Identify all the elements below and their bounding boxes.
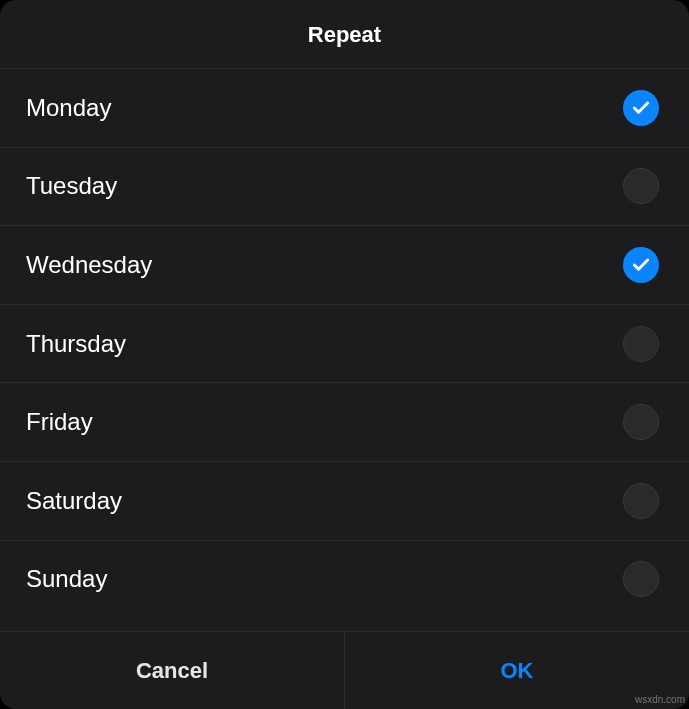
day-label: Friday bbox=[26, 408, 93, 436]
day-label: Tuesday bbox=[26, 172, 117, 200]
unchecked-circle-icon[interactable] bbox=[623, 326, 659, 362]
watermark: wsxdn.com bbox=[635, 694, 685, 705]
day-row-friday[interactable]: Friday bbox=[0, 382, 689, 461]
day-row-sunday[interactable]: Sunday bbox=[0, 540, 689, 619]
unchecked-circle-icon[interactable] bbox=[623, 483, 659, 519]
checkmark-icon[interactable] bbox=[623, 247, 659, 283]
cancel-button[interactable]: Cancel bbox=[0, 632, 345, 709]
dialog-title: Repeat bbox=[0, 22, 689, 48]
day-row-saturday[interactable]: Saturday bbox=[0, 461, 689, 540]
day-row-monday[interactable]: Monday bbox=[0, 68, 689, 147]
checkmark-icon[interactable] bbox=[623, 90, 659, 126]
day-label: Monday bbox=[26, 94, 111, 122]
unchecked-circle-icon[interactable] bbox=[623, 561, 659, 597]
unchecked-circle-icon[interactable] bbox=[623, 404, 659, 440]
day-label: Wednesday bbox=[26, 251, 152, 279]
repeat-dialog: Repeat Monday Tuesday Wednesday Thursday… bbox=[0, 0, 689, 709]
dialog-footer: Cancel OK bbox=[0, 631, 689, 709]
day-list: Monday Tuesday Wednesday Thursday Friday… bbox=[0, 68, 689, 631]
day-label: Thursday bbox=[26, 330, 126, 358]
day-row-tuesday[interactable]: Tuesday bbox=[0, 147, 689, 226]
day-row-thursday[interactable]: Thursday bbox=[0, 304, 689, 383]
day-label: Sunday bbox=[26, 565, 107, 593]
day-label: Saturday bbox=[26, 487, 122, 515]
unchecked-circle-icon[interactable] bbox=[623, 168, 659, 204]
dialog-header: Repeat bbox=[0, 0, 689, 68]
day-row-wednesday[interactable]: Wednesday bbox=[0, 225, 689, 304]
